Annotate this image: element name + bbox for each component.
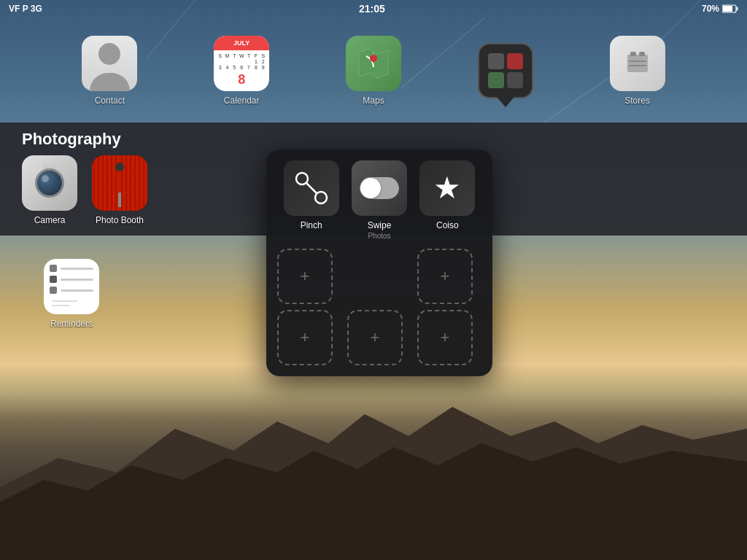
camera-app-icon — [22, 155, 77, 211]
popup-item-coiso[interactable]: ★ Coiso — [419, 160, 475, 240]
photobooth-app-label: Photo Booth — [96, 215, 144, 225]
camera-app-label: Camera — [34, 215, 66, 225]
svg-point-14 — [315, 192, 327, 203]
star-symbol: ★ — [433, 173, 461, 203]
svg-rect-11 — [629, 61, 646, 62]
top-dock: Contact JULY SMTWTFS 12 3456789 8 Calend… — [0, 18, 747, 123]
svg-rect-9 — [630, 52, 636, 56]
svg-rect-10 — [639, 52, 645, 56]
svg-rect-4 — [723, 6, 732, 12]
pinch-svg — [295, 171, 328, 205]
svg-rect-12 — [629, 65, 646, 66]
status-bar: VF P 3G 21:05 70% — [0, 0, 747, 18]
time-display: 21:05 — [359, 3, 385, 15]
pinch-icon — [284, 160, 339, 216]
reminders-lines-icon — [52, 299, 77, 308]
maps-svg — [355, 45, 392, 82]
status-left: VF P 3G — [9, 4, 42, 14]
carrier-label: VF P 3G — [9, 4, 42, 14]
empty-slot-6[interactable]: + — [417, 310, 473, 365]
folder-app-photobooth[interactable]: Photo Booth — [92, 155, 147, 225]
folder-icon — [478, 43, 533, 98]
empty-slot-3[interactable]: + — [417, 249, 473, 304]
battery-icon — [722, 4, 738, 13]
stores-svg — [622, 47, 654, 79]
svg-point-13 — [296, 173, 308, 184]
popup-menu: Pinch Swipe Photos ★ Coiso + + — [266, 149, 492, 376]
empty-slot-1[interactable]: + — [277, 249, 333, 304]
calendar-label: Calendar — [224, 96, 260, 106]
folder-title: Photography — [22, 130, 121, 149]
stores-icon — [610, 36, 665, 91]
reminders-label: Reminders — [50, 319, 93, 329]
reminders-icon — [44, 259, 99, 314]
battery-label: 70% — [702, 4, 719, 14]
folder-apps-container: Camera Photo Booth — [22, 155, 147, 225]
contact-label: Contact — [95, 96, 125, 106]
stores-label: Stores — [624, 96, 650, 106]
status-right: 70% — [702, 4, 738, 14]
contact-icon — [82, 36, 137, 91]
svg-rect-3 — [736, 7, 738, 11]
swipe-label: Swipe — [368, 220, 392, 230]
photobooth-app-icon — [92, 155, 147, 211]
coiso-icon: ★ — [419, 160, 475, 216]
dock-app-folder[interactable] — [478, 43, 533, 98]
popup-top-row: Pinch Swipe Photos ★ Coiso — [277, 160, 481, 240]
home-app-reminders[interactable]: Reminders — [44, 259, 99, 329]
popup-item-swipe[interactable]: Swipe Photos — [352, 160, 407, 240]
swipe-icon — [352, 160, 407, 216]
dock-app-calendar[interactable]: JULY SMTWTFS 12 3456789 8 Calendar — [214, 36, 269, 106]
empty-slot-5[interactable]: + — [347, 310, 403, 365]
svg-rect-8 — [627, 55, 648, 72]
coiso-label: Coiso — [436, 220, 459, 230]
svg-line-15 — [306, 183, 317, 193]
dock-app-stores[interactable]: Stores — [610, 36, 665, 106]
folder-app-camera[interactable]: Camera — [22, 155, 77, 225]
empty-slot-4[interactable]: + — [277, 310, 333, 365]
popup-item-pinch[interactable]: Pinch — [284, 160, 339, 240]
maps-label: Maps — [363, 96, 384, 106]
calendar-icon: JULY SMTWTFS 12 3456789 8 — [214, 36, 269, 91]
pinch-label: Pinch — [301, 220, 322, 230]
popup-empty-grid: + + + + + — [277, 249, 481, 365]
dock-app-maps[interactable]: Maps — [346, 36, 401, 106]
dock-app-contact[interactable]: Contact — [82, 36, 137, 106]
folder-arrow — [497, 97, 514, 107]
maps-icon — [346, 36, 401, 91]
swipe-sublabel: Photos — [368, 232, 390, 240]
